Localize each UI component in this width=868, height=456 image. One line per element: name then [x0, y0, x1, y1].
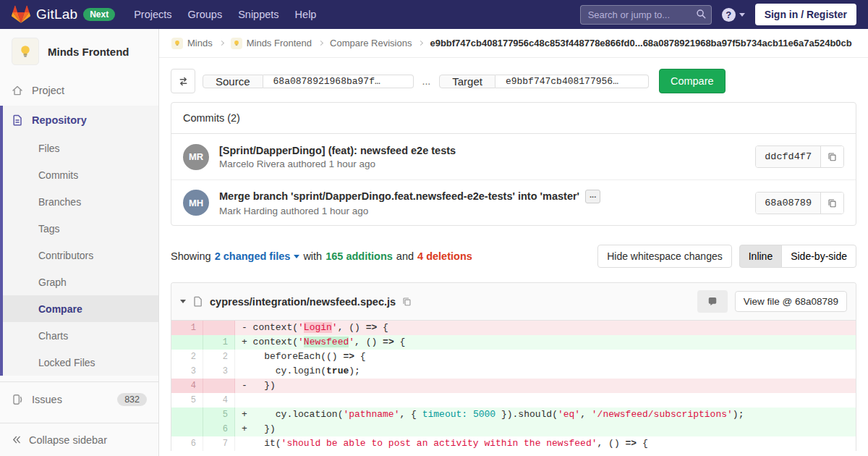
new-line-number[interactable]: 7 [203, 436, 235, 451]
old-line-number[interactable]: 5 [171, 393, 203, 408]
nav-link-groups[interactable]: Groups [188, 9, 223, 20]
diff-line: 67 it('should be able to post an activit… [171, 436, 856, 451]
inline-view-button[interactable]: Inline [739, 245, 782, 268]
source-ref-dropdown[interactable]: 68a0878921968ba97f… [263, 75, 414, 88]
diff-line: 1- context('Login', () => { [171, 321, 856, 335]
new-line-number[interactable] [203, 379, 235, 393]
old-line-number[interactable] [171, 422, 203, 436]
nav-link-help[interactable]: Help [295, 9, 317, 20]
chevron-right-icon [318, 41, 323, 46]
commit-sha[interactable]: ddcfd4f7 [756, 146, 820, 167]
breadcrumb-current-sha: e9bbf747cb408177956c48c853f448778e866fd0… [430, 38, 851, 48]
sidebar-item-project[interactable]: Project [0, 75, 158, 106]
sidebar-item-commits[interactable]: Commits [3, 161, 158, 188]
breadcrumb-project[interactable]: Minds Frontend [231, 38, 312, 49]
diff-file-header: cypress/integration/newsfeed.spec.js [171, 283, 856, 321]
commit-title[interactable]: [Sprint/DapperDingo] (feat): newsfeed e2… [219, 145, 456, 156]
target-ref-dropdown[interactable]: e9bbf747cb408177956… [495, 75, 649, 88]
sidebar-item-compare[interactable]: Compare [3, 295, 158, 322]
commit-title[interactable]: Merge branch 'sprint/DapperDingo.feat.ne… [219, 190, 579, 202]
old-line-number[interactable] [171, 408, 203, 422]
sidebar-item-files[interactable]: Files [3, 135, 158, 161]
collapse-sidebar-label: Collapse sidebar [29, 434, 107, 446]
code-line: + }) [235, 422, 856, 436]
help-menu[interactable]: ? [722, 8, 745, 22]
sidebar-item-charts[interactable]: Charts [3, 322, 158, 349]
breadcrumb-compare-revisions[interactable]: Compare Revisions [330, 38, 412, 48]
breadcrumb: Minds Minds Frontend Compare Revisions e… [159, 29, 868, 58]
diff-line: 33 cy.login(true); [171, 364, 856, 379]
diff-view-toggle: Inline Side-by-side [739, 245, 856, 268]
expand-commit-description-button[interactable]: ... [585, 190, 600, 203]
showing-label: Showing [171, 250, 211, 262]
commit-meta: Marcelo Rivera authored 1 hour ago [219, 159, 456, 169]
old-line-number[interactable]: 6 [171, 436, 203, 451]
issues-icon [12, 394, 23, 405]
diff-file-card: cypress/integration/newsfeed.spec.js [171, 282, 856, 451]
view-file-button[interactable]: View file @ 68a08789 [735, 291, 847, 312]
nav-link-projects[interactable]: Projects [134, 9, 171, 20]
search-input[interactable] [580, 5, 712, 25]
hide-whitespace-button[interactable]: Hide whitespace changes [597, 245, 732, 268]
sidebar-section-repository: Repository Files Commits Branches Tags C… [0, 106, 158, 376]
old-line-number[interactable]: 3 [171, 364, 203, 379]
diff-filename[interactable]: cypress/integration/newsfeed.spec.js [210, 296, 396, 308]
double-chevron-left-icon [12, 435, 21, 444]
side-by-side-view-button[interactable]: Side-by-side [781, 245, 856, 268]
comment-icon [707, 297, 718, 307]
commits-header: Commits (2) [171, 103, 856, 134]
file-icon [192, 296, 203, 307]
compare-button[interactable]: Compare [659, 69, 726, 93]
diff-line: 54 [171, 393, 856, 408]
sidebar-item-label: Issues [32, 394, 62, 405]
sidebar-item-issues[interactable]: Issues 832 [0, 381, 158, 416]
project-avatar[interactable] [12, 38, 39, 65]
code-line: it('should be able to post an activity w… [235, 436, 856, 451]
diff-line: 1+ context('Newsfeed', () => { [171, 335, 856, 350]
home-icon [12, 85, 23, 96]
new-line-number[interactable]: 4 [203, 393, 235, 408]
diff-lines: 1- context('Login', () => {1+ context('N… [171, 321, 856, 451]
nav-link-snippets[interactable]: Snippets [238, 9, 278, 20]
changed-files-dropdown[interactable]: 2 changed files [215, 250, 300, 262]
copy-sha-button[interactable] [820, 146, 843, 167]
commit-sha[interactable]: 68a08789 [756, 193, 820, 214]
diff-summary-bar: Showing 2 changed files with 165 additio… [171, 245, 856, 268]
sidebar-item-tags[interactable]: Tags [3, 215, 158, 242]
avatar[interactable]: MR [183, 144, 209, 170]
old-line-number[interactable] [171, 335, 203, 350]
code-line: cy.login(true); [235, 364, 856, 379]
new-line-number[interactable]: 6 [203, 422, 235, 436]
collapse-diff-caret-icon[interactable] [180, 300, 186, 303]
tanuki-icon [12, 5, 30, 24]
top-navbar: GitLab Next Projects Groups Snippets Hel… [0, 0, 868, 29]
new-line-number[interactable]: 1 [203, 335, 235, 350]
old-line-number[interactable]: 4 [171, 379, 203, 393]
avatar[interactable]: MH [183, 190, 209, 216]
sidebar-item-locked-files[interactable]: Locked Files [3, 349, 158, 376]
old-line-number[interactable]: 2 [171, 350, 203, 364]
copy-sha-button[interactable] [820, 193, 843, 214]
sidebar-item-branches[interactable]: Branches [3, 188, 158, 215]
sidebar-item-contributors[interactable]: Contributors [3, 242, 158, 269]
toggle-comments-button[interactable] [697, 290, 728, 313]
brand-name: GitLab [36, 7, 77, 22]
sidebar-item-repository[interactable]: Repository [3, 106, 158, 135]
next-badge: Next [83, 8, 115, 21]
new-line-number[interactable] [203, 321, 235, 335]
project-name[interactable]: Minds Frontend [48, 46, 129, 58]
collapse-sidebar-button[interactable]: Collapse sidebar [0, 423, 158, 456]
code-line: + cy.location('pathname', { timeout: 500… [235, 408, 856, 422]
new-line-number[interactable]: 3 [203, 364, 235, 379]
sign-in-button[interactable]: Sign in / Register [755, 4, 856, 25]
target-label: Target [439, 75, 495, 88]
new-line-number[interactable]: 5 [203, 408, 235, 422]
new-line-number[interactable]: 2 [203, 350, 235, 364]
gitlab-logo[interactable]: GitLab Next [12, 5, 115, 24]
sidebar-item-graph[interactable]: Graph [3, 269, 158, 295]
old-line-number[interactable]: 1 [171, 321, 203, 335]
copy-path-icon[interactable] [402, 297, 412, 306]
breadcrumb-group[interactable]: Minds [171, 38, 213, 49]
commit-sha-group: 68a08789 [755, 192, 844, 214]
swap-revisions-button[interactable] [171, 69, 195, 93]
